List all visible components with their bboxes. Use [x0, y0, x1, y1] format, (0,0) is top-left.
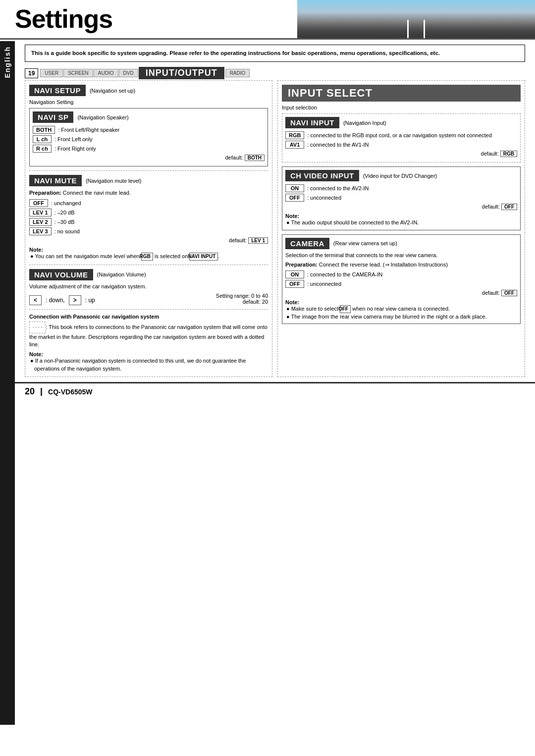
navi-sp-option-lch: L ch : Front Left only: [33, 135, 265, 143]
navi-sp-default-label: default:: [225, 155, 243, 161]
navi-input-section: NAVI INPUT (Navigation Input) RGB : conn…: [282, 113, 521, 162]
option-rgb-box: RGB: [285, 131, 304, 139]
arrow-left-desc: : down,: [46, 297, 65, 304]
input-select-title: INPUT SELECT: [288, 87, 373, 99]
arrow-right-box[interactable]: >: [69, 295, 81, 305]
option-cam-on-box: ON: [285, 270, 304, 278]
camera-title: CAMERA: [285, 238, 329, 249]
option-cam-off-desc: : unconnected: [307, 281, 341, 287]
navi-mute-note-item-1: You can set the navigation mute level wh…: [29, 253, 268, 261]
camera-note-item-1: Make sure to select OFF when no rear vie…: [285, 305, 517, 313]
camera-default-value: OFF: [501, 290, 517, 296]
option-lev1-desc: : –20 dB: [54, 210, 75, 216]
navi-sp-subtitle: (Navigation Speaker): [77, 114, 128, 120]
ch-video-input-section: CH VIDEO INPUT (Video input for DVD Chan…: [282, 166, 521, 230]
inline-ref-rgb: RGB: [141, 253, 153, 261]
sidebar-language-label: English: [3, 46, 11, 78]
navi-mute-option-off: OFF : unchanged: [29, 199, 268, 207]
navi-input-option-rgb: RGB : connected to the RGB input cord, o…: [285, 131, 517, 139]
navi-mute-preparation: Preparation: Connect the navi mute lead.: [29, 189, 268, 197]
tab-user[interactable]: USER: [40, 69, 63, 77]
option-mute-off-desc: : unchanged: [51, 200, 81, 206]
tab-audio[interactable]: AUDIO: [94, 69, 118, 77]
navi-setup-title: NAVI SETUP: [29, 85, 86, 96]
page-number: 19: [25, 68, 38, 78]
option-lch-desc: : Front Left only: [54, 136, 92, 142]
option-lev2-desc: : –30 dB: [54, 219, 75, 225]
option-ch-off-desc: : unconnected: [307, 195, 341, 201]
option-rch-box: R ch: [33, 145, 52, 153]
navi-volume-range-text: Setting range: 0 to 40: [216, 293, 268, 299]
camera-preparation: Preparation: Connect the reverse lead. (…: [285, 261, 517, 269]
navi-input-header: NAVI INPUT (Navigation Input): [285, 117, 517, 128]
arrows-row: < : down, > : up: [29, 295, 95, 305]
navi-input-default: default: RGB: [285, 151, 517, 157]
arrow-left-box[interactable]: <: [29, 295, 42, 305]
navi-sp-option-rch: R ch : Front Right only: [33, 145, 265, 153]
option-rch-desc: : Front Right only: [54, 146, 96, 152]
navi-input-option-av1: AV1 : connected to the AV1-IN: [285, 141, 517, 149]
dotted-note-box: · · · ·: [29, 322, 46, 333]
navi-mute-section: NAVI MUTE (Navigation mute level) Prepar…: [29, 170, 268, 260]
option-lev1-box: LEV 1: [29, 209, 52, 216]
camera-section: CAMERA (Rear view camera set up) Selecti…: [282, 234, 521, 324]
camera-default-label: default:: [482, 290, 500, 296]
navi-mute-subtitle: (Navigation mute level): [86, 178, 142, 184]
navi-volume-subtitle: (Navigation Volume): [97, 271, 146, 277]
tab-input-output[interactable]: INPUT/OUTPUT: [139, 67, 224, 79]
navi-volume-controls: < : down, > : up Setting range: 0 to 40 …: [29, 292, 268, 305]
option-lev3-desc: : no sound: [54, 228, 80, 234]
option-av1-desc: : connected to the AV1-IN: [307, 142, 369, 148]
navi-mute-title: NAVI MUTE: [29, 175, 82, 186]
camera-option-off: OFF : unconnected: [285, 280, 517, 288]
navi-sp-title: NAVI SP: [33, 111, 73, 123]
option-both-box: BOTH: [33, 126, 55, 134]
header-road-image: [297, 0, 535, 40]
ch-video-option-off: OFF : unconnected: [285, 194, 517, 202]
navi-mute-default-value: LEV 1: [248, 237, 268, 244]
navi-input-default-value: RGB: [500, 151, 517, 157]
navi-sp-header: NAVI SP (Navigation Speaker): [33, 111, 265, 123]
main-content: This is a guide book specific to system …: [15, 40, 535, 382]
camera-subtitle: (Rear view camera set up): [333, 240, 397, 246]
inline-ref-off: OFF: [340, 305, 351, 313]
inline-ref-navi-input: NAVI INPUT: [189, 253, 218, 261]
ch-video-note-title: Note:: [285, 213, 517, 219]
panasonic-note-note: Note: If a non-Panasonic navigation syst…: [29, 351, 268, 373]
ch-video-note: Note: The audio output should be connect…: [285, 213, 517, 226]
navi-mute-default: default: LEV 1: [29, 237, 268, 244]
navi-sp-section: NAVI SP (Navigation Speaker) BOTH : Fron…: [29, 108, 268, 166]
page-header: Settings: [0, 0, 535, 40]
option-rgb-desc: : connected to the RGB input cord, or a …: [307, 132, 491, 138]
ch-video-note-item-1: The audio output should be connected to …: [285, 219, 517, 226]
footer-page-number: 20: [25, 386, 35, 397]
right-column: INPUT SELECT Input selection NAVI INPUT …: [277, 80, 525, 377]
page-footer: 20 CQ-VD6505W: [15, 382, 535, 400]
camera-header: CAMERA (Rear view camera set up): [285, 238, 517, 249]
navi-mute-default-label: default:: [229, 237, 247, 243]
camera-label: Selection of the terminal that connects …: [285, 252, 517, 258]
option-lev2-box: LEV 2: [29, 218, 52, 226]
ch-video-option-on: ON : connected to the AV2-IN: [285, 184, 517, 192]
ch-video-default-label: default:: [482, 204, 500, 210]
navi-input-default-label: default:: [481, 151, 499, 157]
panasonic-note-item-1: If a non-Panasonic navigation system is …: [29, 357, 268, 373]
tab-dvd[interactable]: DVD: [119, 69, 138, 77]
panasonic-note-note-title: Note:: [29, 351, 268, 357]
navi-mute-note: Note: You can set the navigation mute le…: [29, 247, 268, 261]
navi-mute-option-lev2: LEV 2 : –30 dB: [29, 218, 268, 226]
option-lch-box: L ch: [33, 135, 52, 143]
panasonic-note-text: · · · ·: This book refers to connections…: [29, 322, 268, 349]
navi-sp-default: default: BOTH: [33, 155, 265, 161]
tab-screen[interactable]: SCREEN: [63, 69, 93, 77]
option-av1-box: AV1: [285, 141, 304, 149]
option-ch-off-box: OFF: [285, 194, 304, 202]
tab-radio[interactable]: RADIO: [225, 69, 250, 77]
input-select-header: INPUT SELECT: [282, 85, 521, 102]
camera-option-on: ON : connected to the CAMERA-IN: [285, 270, 517, 278]
content-columns: NAVI SETUP (Navigation set up) Navigatio…: [25, 80, 525, 377]
option-cam-off-box: OFF: [285, 280, 304, 288]
navi-volume-section: NAVI VOLUME (Navigation Volume) Volume a…: [29, 265, 268, 305]
input-select-label: Input selection: [282, 105, 521, 110]
intro-box: This is a guide book specific to system …: [25, 45, 525, 62]
